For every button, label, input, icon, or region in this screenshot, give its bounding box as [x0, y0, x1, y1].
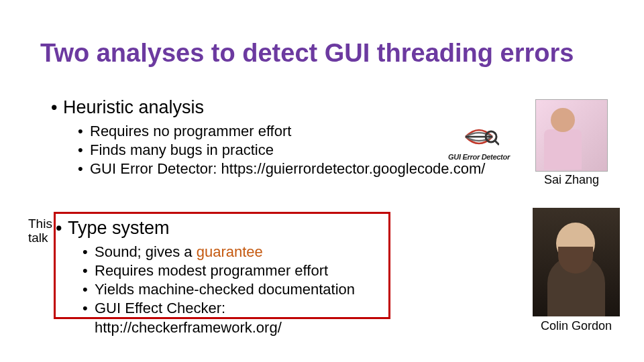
heuristic-heading: •Heuristic analysis	[51, 97, 521, 118]
type-list: Sound; gives a guarantee Requires modest…	[56, 243, 383, 337]
li-pre: GUI Effect Checker: http://checkerframew…	[95, 300, 282, 335]
this-talk-label: This talk	[28, 217, 52, 245]
li-pre: Yields machine-checked documentation	[95, 281, 355, 298]
svg-line-2	[494, 140, 499, 145]
caption-sai-zhang: Sai Zhang	[535, 173, 608, 187]
heuristic-heading-text: Heuristic analysis	[63, 97, 204, 117]
bullet-icon: •	[51, 97, 63, 118]
slide: Two analyses to detect GUI threading err…	[0, 0, 644, 362]
type-heading-text: Type system	[68, 218, 170, 238]
list-item: Sound; gives a guarantee	[83, 243, 383, 261]
slide-title: Two analyses to detect GUI threading err…	[40, 39, 617, 68]
li-pre: Sound; gives a	[95, 243, 197, 260]
type-system-callout: •Type system Sound; gives a guarantee Re…	[54, 212, 390, 319]
this-talk-line2: talk	[28, 231, 48, 245]
photo-sai-zhang	[535, 99, 608, 172]
bullet-icon: •	[56, 218, 68, 239]
caption-colin-gordon: Colin Gordon	[529, 319, 624, 333]
list-item: Requires modest programmer effort	[83, 261, 383, 280]
gui-error-detector-logo: GUI Error Detector	[432, 122, 526, 170]
type-heading: •Type system	[56, 218, 383, 239]
list-item: GUI Effect Checker: http://checkerframew…	[83, 299, 383, 337]
logo-text: GUI Error Detector	[432, 153, 526, 161]
li-pre: Requires modest programmer effort	[95, 262, 328, 279]
detector-logo-icon	[459, 122, 499, 152]
list-item: Yields machine-checked documentation	[83, 280, 383, 299]
photo-colin-gordon	[533, 208, 620, 316]
this-talk-line1: This	[28, 217, 52, 231]
li-em: guarantee	[197, 243, 263, 260]
